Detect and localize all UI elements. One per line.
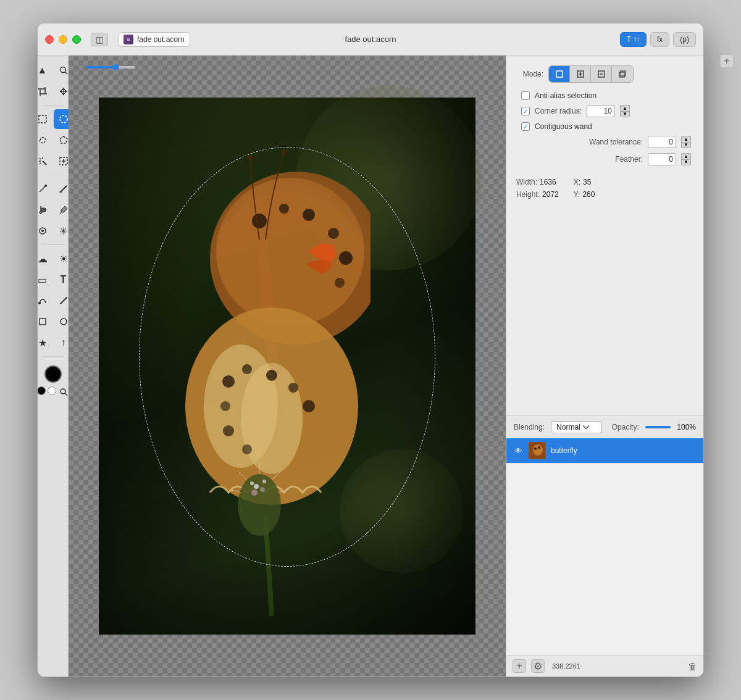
- opacity-slider[interactable]: [645, 426, 671, 428]
- corner-radius-down[interactable]: ▼: [620, 111, 630, 117]
- window-title: fade out.acorn: [345, 35, 396, 44]
- svg-point-67: [533, 444, 543, 456]
- file-name: fade out.acorn: [137, 35, 185, 44]
- foreground-color[interactable]: [44, 365, 62, 383]
- feather-up[interactable]: ▲: [681, 153, 691, 159]
- rect-shape-tool[interactable]: ▭: [38, 270, 52, 290]
- x-value: 35: [583, 178, 591, 186]
- layer-settings-button[interactable]: ⚙: [531, 659, 545, 673]
- lasso-tool[interactable]: [38, 130, 52, 150]
- svg-point-24: [61, 389, 65, 394]
- delete-layer-button[interactable]: 🗑: [688, 661, 697, 672]
- maximize-button[interactable]: [72, 35, 81, 44]
- close-button[interactable]: [45, 35, 54, 44]
- svg-point-23: [61, 319, 67, 325]
- dimensions-section: Width: 1636 Height: 2072 X: 35: [516, 178, 693, 199]
- layer-coords: 338,2261: [552, 662, 580, 670]
- star-tool[interactable]: ★: [38, 333, 52, 352]
- sidebar-toggle-button[interactable]: ◫: [91, 33, 108, 46]
- tool-row-2: ✥: [38, 81, 73, 101]
- rect-select-tool[interactable]: [38, 109, 52, 129]
- magnify-tool[interactable]: [58, 386, 69, 398]
- tool-divider-2: [42, 175, 64, 175]
- svg-rect-65: [621, 71, 626, 76]
- wand-tolerance-up[interactable]: ▲: [681, 136, 691, 142]
- tool-row-7: [38, 200, 73, 220]
- right-panel: Mode:: [506, 56, 703, 677]
- y-label: Y:: [574, 190, 580, 199]
- file-icon: a: [124, 35, 133, 44]
- mode-label: Mode:: [516, 70, 543, 78]
- traffic-lights: [45, 35, 81, 44]
- layers-footer: + ⚙ 338,2261 🗑: [506, 655, 703, 677]
- foreground-mini[interactable]: [38, 386, 46, 395]
- vignette-overlay: [99, 98, 475, 635]
- bezier-pen-tool[interactable]: [38, 291, 52, 310]
- p-button[interactable]: (p): [673, 32, 696, 47]
- corner-radius-label: Corner radius:: [535, 107, 582, 115]
- svg-point-8: [60, 115, 67, 123]
- wand-tolerance-input[interactable]: [648, 136, 676, 148]
- corner-radius-row: ✓ Corner radius: 10 ▲ ▼: [521, 105, 693, 117]
- background-mini[interactable]: [48, 386, 56, 395]
- feather-down[interactable]: ▼: [681, 159, 691, 165]
- y-row: Y: 260: [574, 190, 595, 199]
- corner-radius-input[interactable]: 10: [587, 105, 615, 117]
- clone-tool[interactable]: [38, 221, 52, 241]
- rect-path-tool[interactable]: [38, 312, 52, 331]
- layer-name: butterfly: [551, 446, 577, 455]
- corner-radius-checkbox[interactable]: ✓: [521, 107, 530, 115]
- contiguous-wand-checkbox[interactable]: ✓: [521, 122, 530, 131]
- layer-butterfly[interactable]: 👁 butterfly: [506, 438, 703, 464]
- corner-radius-up[interactable]: ▲: [620, 105, 630, 111]
- add-layer-button[interactable]: +: [513, 659, 526, 673]
- panel-spacer: [506, 199, 703, 415]
- opacity-label: Opacity:: [612, 423, 639, 431]
- tool-divider-4: [42, 356, 64, 357]
- zoom-slider[interactable]: [86, 66, 135, 69]
- fx-button[interactable]: fx: [650, 32, 669, 47]
- crop-tool[interactable]: [38, 81, 52, 101]
- blending-label: Blending:: [514, 423, 545, 431]
- tool-divider-3: [42, 244, 64, 245]
- file-tab[interactable]: a fade out.acorn: [118, 32, 190, 47]
- mode-row: Mode:: [516, 65, 693, 83]
- blending-select[interactable]: Normal: [551, 421, 602, 433]
- arrow-tool[interactable]: ▲: [38, 60, 52, 80]
- dims-right: X: 35 Y: 260: [574, 178, 595, 199]
- svg-marker-9: [60, 136, 67, 143]
- canvas-area[interactable]: − + 64% Selection: 35,260 1636 × 2072: [69, 56, 506, 677]
- fill-tool[interactable]: [38, 200, 52, 220]
- cloud-tool[interactable]: ☁: [38, 249, 52, 269]
- mode-btn-add[interactable]: [570, 66, 591, 82]
- height-row: Height: 2072: [516, 190, 559, 199]
- svg-point-20: [38, 302, 41, 304]
- wand-tolerance-down[interactable]: ▼: [681, 142, 691, 148]
- tools-button[interactable]: T T↕: [620, 32, 647, 47]
- svg-rect-22: [40, 319, 46, 325]
- tool-row-10: ▭ T: [38, 270, 73, 290]
- mode-btn-replace[interactable]: [549, 66, 570, 82]
- blending-chevron-icon: [583, 425, 589, 429]
- width-row: Width: 1636: [516, 178, 559, 186]
- tool-row-11: [38, 291, 73, 310]
- tool-row-12: [38, 312, 73, 331]
- contiguous-wand-label: Contiguous wand: [535, 122, 592, 131]
- minimize-button[interactable]: [59, 35, 67, 44]
- feather-input[interactable]: [648, 153, 676, 165]
- pen-tool[interactable]: [38, 179, 52, 199]
- mode-btn-intersect[interactable]: [612, 66, 633, 82]
- tool-row-6: [38, 179, 73, 199]
- tool-row-5: [38, 151, 73, 171]
- layer-eye-icon[interactable]: 👁: [513, 445, 524, 456]
- anti-alias-checkbox[interactable]: [521, 91, 530, 100]
- svg-rect-7: [39, 115, 46, 123]
- zoom-slider-thumb: [113, 64, 119, 70]
- mode-btn-subtract[interactable]: [591, 66, 612, 82]
- magic-wand-tool[interactable]: [38, 151, 52, 171]
- tool-row-3: [38, 109, 73, 129]
- svg-line-1: [65, 72, 67, 75]
- svg-line-25: [65, 393, 67, 396]
- dims-left: Width: 1636 Height: 2072: [516, 178, 559, 199]
- color-secondary: [38, 386, 69, 398]
